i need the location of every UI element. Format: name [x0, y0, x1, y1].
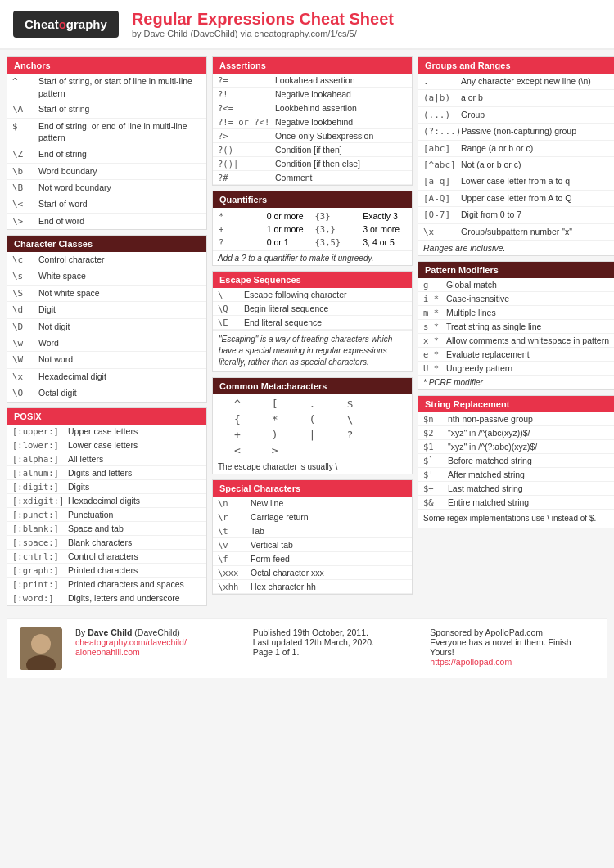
sr-row-3: $`Before matched string — [418, 454, 614, 468]
anchor-row-6: \< Start of word — [7, 196, 206, 213]
anchors-title: Anchors — [7, 57, 206, 74]
posix-row-9: [:cntrl:]Control characters — [7, 550, 206, 564]
footer-sponsor: Sponsored by ApolloPad.com — [430, 627, 594, 637]
cc-row-6: \WNot word — [7, 352, 206, 368]
pm-row-0: gGlobal match — [418, 278, 614, 292]
pcre-note: * PCRE modifier — [418, 376, 614, 389]
escape-note: "Escaping" is a way of treating characte… — [213, 330, 412, 371]
footer-avatar — [20, 627, 62, 670]
footer-link-cheatography[interactable]: cheatography.com/davechild/ — [75, 637, 187, 647]
special-section: Special Characters \nNew line \rCarriage… — [212, 479, 413, 595]
anchor-row-2: $ End of string, or end of line in multi… — [7, 119, 206, 146]
sr-row-2: $1"xyz" in /^(?:abc)(xyz)$/ — [418, 440, 614, 454]
footer-meta-col: Published 19th October, 2011. Last updat… — [253, 627, 418, 657]
gr-row-6: [a-q]Lower case letter from a to q — [418, 173, 614, 190]
groups-section: Groups and Ranges .Any character except … — [418, 56, 614, 256]
posix-row-6: [:punct:]Punctuation — [7, 508, 206, 522]
footer-updated: Last updated 12th March, 2020. — [253, 637, 418, 647]
posix-row-1: [:lower:]Lower case letters — [7, 438, 206, 452]
sp-row-4: \fForm feed — [213, 552, 412, 566]
pm-row-2: m *Multiple lines — [418, 306, 614, 320]
assert-row-1: ?!Negative lookahead — [213, 88, 412, 101]
esc-row-0: \Escape following character — [213, 288, 412, 302]
stringrep-section: String Replacement $nnth non-passive gro… — [418, 395, 614, 528]
assert-row-0: ?=Lookahead assertion — [213, 74, 412, 88]
sr-row-4: $'After matched string — [418, 468, 614, 482]
sr-row-0: $nnth non-passive group — [418, 412, 614, 426]
pm-row-3: s *Treat string as single line — [418, 320, 614, 334]
cc-row-4: \DNot digit — [7, 319, 206, 335]
assert-row-3: ?!= or ?<!Negative lookbehind — [213, 115, 412, 129]
posix-row-8: [:space:]Blank characters — [7, 536, 206, 550]
posix-row-4: [:digit:]Digits — [7, 480, 206, 494]
posix-row-0: [:upper:]Upper case letters — [7, 425, 206, 438]
posix-row-3: [:alnum:]Digits and letters — [7, 466, 206, 480]
sr-row-6: $&Entire matched string — [418, 496, 614, 510]
meta-note: The escape character is usually \ — [213, 460, 412, 474]
esc-row-1: \QBegin literal sequence — [213, 302, 412, 316]
anchor-row-5: \B Not word boundary — [7, 180, 206, 196]
footer-sponsor-link[interactable]: https://apollopad.com — [430, 657, 512, 667]
sp-row-3: \vVertical tab — [213, 538, 412, 552]
assert-row-2: ?<=Lookbehind assertion — [213, 101, 412, 115]
assertions-section: Assertions ?=Lookahead assertion ?!Negat… — [212, 56, 413, 186]
gr-row-7: [A-Q]Upper case letter from A to Q — [418, 191, 614, 207]
charclasses-title: Character Classes — [7, 236, 206, 252]
stringrep-title: String Replacement — [418, 396, 614, 412]
footer-author-col: By Dave Child (DaveChild) cheatography.c… — [75, 627, 240, 657]
assert-row-6: ?()|Condition [if then else] — [213, 157, 412, 171]
footer-sponsor-text: Everyone has a novel in them. Finish You… — [430, 637, 594, 657]
quantifiers-section: Quantifiers * 0 or more {3} Exactly 3 + … — [212, 191, 413, 266]
gr-row-1: (a|b)a or b — [418, 90, 614, 106]
pm-row-1: i *Case-insensitive — [418, 292, 614, 306]
sr-row-5: $+Last matched string — [418, 482, 614, 496]
posix-row-5: [:xdigit:]Hexadecimal digits — [7, 494, 206, 508]
gr-row-0: .Any character except new line (\n) — [418, 74, 614, 90]
sp-row-5: \xxxOctal character xxx — [213, 566, 412, 580]
sr-row-1: $2"xyz" in /^(abc(xyz))$/ — [418, 426, 614, 440]
assert-row-5: ?()Condition [if then] — [213, 143, 412, 157]
assert-row-7: ?#Comment — [213, 171, 412, 185]
posix-title: POSIX — [7, 408, 206, 425]
page-subtitle: by Dave Child (DaveChild) via cheatograp… — [132, 29, 394, 38]
metachar-title: Common Metacharacters — [213, 378, 412, 394]
meta-grid: ^ [ . $ { * ( \ + ) | ? < > — [213, 394, 412, 460]
ranges-note: Ranges are inclusive. — [418, 241, 614, 255]
header: Cheatography Regular Expressions Cheat S… — [0, 0, 614, 50]
svg-point-3 — [33, 636, 49, 652]
gr-row-8: [0-7]Digit from 0 to 7 — [418, 207, 614, 223]
cc-row-0: \cControl character — [7, 252, 206, 268]
metachar-section: Common Metacharacters ^ [ . $ { * ( \ + … — [212, 377, 413, 474]
quantifiers-title: Quantifiers — [213, 191, 412, 208]
cc-row-1: \sWhite space — [7, 268, 206, 285]
quant-grid: * 0 or more {3} Exactly 3 + 1 or more {3… — [213, 208, 412, 250]
footer-page: Page 1 of 1. — [253, 647, 418, 657]
posix-row-10: [:graph:]Printed characters — [7, 564, 206, 578]
special-title: Special Characters — [213, 480, 412, 497]
pm-row-6: U *Ungreedy pattern — [418, 362, 614, 376]
posix-row-12: [:word:]Digits, letters and underscore — [7, 591, 206, 605]
cc-row-8: \OOctal digit — [7, 385, 206, 401]
gr-row-5: [^abc]Not (a or b or c) — [418, 157, 614, 173]
posix-section: POSIX [:upper:]Upper case letters [:lowe… — [7, 407, 207, 606]
groups-title: Groups and Ranges — [418, 57, 614, 74]
sp-row-2: \tTab — [213, 524, 412, 538]
escape-section: Escape Sequences \Escape following chara… — [212, 271, 413, 372]
cc-row-5: \wWord — [7, 335, 206, 352]
footer-published: Published 19th October, 2011. — [253, 627, 418, 637]
patternmod-title: Pattern Modifiers — [418, 262, 614, 278]
anchor-row-1: \A Start of string — [7, 101, 206, 118]
assertions-title: Assertions — [213, 57, 412, 74]
footer: By Dave Child (DaveChild) cheatography.c… — [7, 618, 607, 678]
footer-sponsor-col: Sponsored by ApolloPad.com Everyone has … — [430, 627, 594, 667]
anchor-row-3: \Z End of string — [7, 146, 206, 163]
sp-row-1: \rCarriage return — [213, 510, 412, 524]
logo: Cheatography — [13, 11, 119, 38]
charclasses-section: Character Classes \cControl character \s… — [7, 235, 207, 403]
esc-row-2: \EEnd literal sequence — [213, 316, 412, 330]
posix-row-7: [:blank:]Space and tab — [7, 522, 206, 536]
anchor-row-4: \b Word boundary — [7, 164, 206, 180]
gr-row-4: [abc]Range (a or b or c) — [418, 141, 614, 157]
sp-row-0: \nNew line — [213, 497, 412, 510]
footer-link-aloneonahill[interactable]: aloneonahill.com — [75, 647, 140, 657]
